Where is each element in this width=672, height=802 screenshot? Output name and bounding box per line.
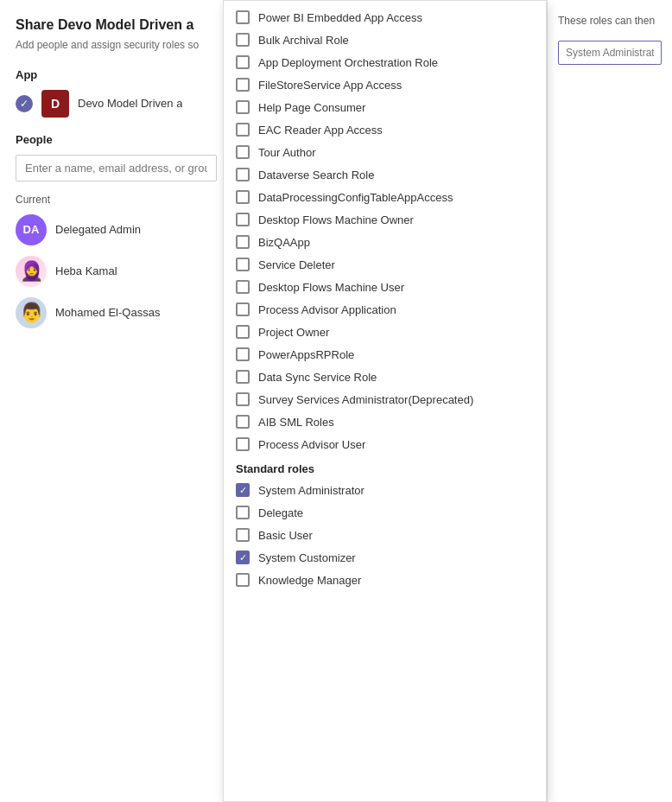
role-checkbox-eac-reader xyxy=(236,123,250,137)
app-item: D Devo Model Driven a xyxy=(16,90,217,118)
role-item-sys-customizer[interactable]: System Customizer xyxy=(224,546,546,569)
people-section: People Current DA Delegated Admin 🧕 Heba… xyxy=(16,133,217,328)
role-checkbox-bulk-archival xyxy=(236,33,250,47)
role-checkbox-bizqaapp xyxy=(236,235,250,249)
user-name-heba: Heba Kamal xyxy=(55,264,117,277)
role-label-bizqaapp: BizQAApp xyxy=(258,236,310,249)
user-item-da: DA Delegated Admin xyxy=(16,214,217,245)
role-checkbox-help-page xyxy=(236,100,250,114)
role-checkbox-service-deleter xyxy=(236,258,250,271)
role-checkbox-power-bi xyxy=(236,10,250,24)
role-checkbox-filestore xyxy=(236,78,250,92)
roles-dropdown: Power BI Embedded App AccessBulk Archiva… xyxy=(223,0,547,802)
avatar-heba: 🧕 xyxy=(16,256,47,287)
role-checkbox-delegate xyxy=(236,506,250,519)
role-label-desktop-user: Desktop Flows Machine User xyxy=(258,281,404,294)
role-label-powerapps-rp: PowerAppsRPRole xyxy=(258,348,354,361)
app-icon: D xyxy=(41,90,69,118)
role-item-survey-services[interactable]: Survey Services Administrator(Deprecated… xyxy=(224,388,546,411)
role-label-eac-reader: EAC Reader App Access xyxy=(258,124,383,137)
role-item-help-page[interactable]: Help Page Consumer xyxy=(224,96,546,118)
right-hint-text: These roles can then xyxy=(558,13,662,29)
role-checkbox-desktop-owner xyxy=(236,213,250,226)
role-checkbox-data-sync xyxy=(236,370,250,384)
role-checkbox-process-advisor-app xyxy=(236,302,250,316)
role-checkbox-process-advisor-user xyxy=(236,437,250,451)
role-item-delegate[interactable]: Delegate xyxy=(224,501,546,524)
role-item-bizqaapp[interactable]: BizQAApp xyxy=(224,231,546,253)
role-label-filestore: FileStoreService App Access xyxy=(258,79,402,92)
role-item-aib-sml[interactable]: AIB SML Roles xyxy=(224,411,546,433)
people-search-input[interactable] xyxy=(16,155,217,181)
role-item-data-processing[interactable]: DataProcessingConfigTableAppAccess xyxy=(224,186,546,208)
app-section-label: App xyxy=(16,68,217,81)
role-checkbox-basic-user xyxy=(236,528,250,542)
role-label-data-processing: DataProcessingConfigTableAppAccess xyxy=(258,191,453,204)
role-item-app-deployment[interactable]: App Deployment Orchestration Role xyxy=(224,51,546,73)
avatar-da: DA xyxy=(16,214,47,245)
role-item-service-deleter[interactable]: Service Deleter xyxy=(224,253,546,276)
role-item-desktop-owner[interactable]: Desktop Flows Machine Owner xyxy=(224,208,546,231)
role-item-bulk-archival[interactable]: Bulk Archival Role xyxy=(224,29,546,51)
role-item-power-bi[interactable]: Power BI Embedded App Access xyxy=(224,6,546,29)
user-item-mohamed: 👨 Mohamed El-Qassas xyxy=(16,297,217,328)
role-search-input[interactable] xyxy=(558,41,662,65)
role-checkbox-sys-customizer xyxy=(236,551,250,564)
role-label-dataverse-search: Dataverse Search Role xyxy=(258,169,374,181)
role-item-filestore[interactable]: FileStoreService App Access xyxy=(224,73,546,96)
role-label-project-owner: Project Owner xyxy=(258,326,329,339)
left-panel: Share Devo Model Driven a Add people and… xyxy=(0,0,233,802)
role-item-sys-admin[interactable]: System Administrator xyxy=(224,479,546,501)
role-checkbox-sys-admin xyxy=(236,483,250,497)
role-checkbox-dataverse-search xyxy=(236,168,250,181)
role-label-desktop-owner: Desktop Flows Machine Owner xyxy=(258,213,414,226)
role-label-process-advisor-app: Process Advisor Application xyxy=(258,303,396,316)
standard-roles-header: Standard roles xyxy=(224,455,546,479)
avatar-mohamed: 👨 xyxy=(16,297,47,328)
user-item-heba: 🧕 Heba Kamal xyxy=(16,256,217,287)
role-label-help-page: Help Page Consumer xyxy=(258,101,365,114)
role-label-knowledge-mgr: Knowledge Manager xyxy=(258,574,361,587)
role-item-powerapps-rp[interactable]: PowerAppsRPRole xyxy=(224,343,546,366)
role-checkbox-knowledge-mgr xyxy=(236,573,250,587)
user-name-mohamed: Mohamed El-Qassas xyxy=(55,306,160,319)
panel-subtitle: Add people and assign security roles so xyxy=(16,38,217,53)
role-label-sys-customizer: System Customizer xyxy=(258,551,356,564)
roles-scroll-area[interactable]: Power BI Embedded App AccessBulk Archiva… xyxy=(224,1,546,801)
role-checkbox-data-processing xyxy=(236,190,250,204)
role-checkbox-survey-services xyxy=(236,392,250,406)
role-item-process-advisor-app[interactable]: Process Advisor Application xyxy=(224,298,546,321)
current-label: Current xyxy=(16,194,217,206)
user-name-da: Delegated Admin xyxy=(55,223,141,236)
app-check-icon xyxy=(16,95,33,112)
role-label-delegate: Delegate xyxy=(258,506,303,519)
role-checkbox-tour-author xyxy=(236,145,250,159)
app-name: Devo Model Driven a xyxy=(78,97,182,110)
role-checkbox-desktop-user xyxy=(236,280,250,294)
role-item-knowledge-mgr[interactable]: Knowledge Manager xyxy=(224,569,546,591)
role-item-project-owner[interactable]: Project Owner xyxy=(224,321,546,343)
role-item-basic-user[interactable]: Basic User xyxy=(224,524,546,546)
role-checkbox-app-deployment xyxy=(236,55,250,69)
role-item-process-advisor-user[interactable]: Process Advisor User xyxy=(224,433,546,455)
role-checkbox-powerapps-rp xyxy=(236,347,250,361)
role-label-tour-author: Tour Author xyxy=(258,146,316,159)
right-panel: These roles can then xyxy=(547,0,672,802)
role-label-power-bi: Power BI Embedded App Access xyxy=(258,11,422,24)
role-item-eac-reader[interactable]: EAC Reader App Access xyxy=(224,118,546,141)
role-checkbox-project-owner xyxy=(236,325,250,339)
role-label-sys-admin: System Administrator xyxy=(258,484,365,497)
role-label-process-advisor-user: Process Advisor User xyxy=(258,438,365,451)
role-label-service-deleter: Service Deleter xyxy=(258,258,335,271)
role-item-tour-author[interactable]: Tour Author xyxy=(224,141,546,163)
role-checkbox-aib-sml xyxy=(236,415,250,429)
role-label-app-deployment: App Deployment Orchestration Role xyxy=(258,56,438,69)
role-label-data-sync: Data Sync Service Role xyxy=(258,371,377,384)
role-label-bulk-archival: Bulk Archival Role xyxy=(258,34,349,47)
role-item-data-sync[interactable]: Data Sync Service Role xyxy=(224,366,546,388)
role-label-survey-services: Survey Services Administrator(Deprecated… xyxy=(258,393,473,406)
role-item-dataverse-search[interactable]: Dataverse Search Role xyxy=(224,163,546,186)
role-label-aib-sml: AIB SML Roles xyxy=(258,416,334,429)
role-item-desktop-user[interactable]: Desktop Flows Machine User xyxy=(224,276,546,298)
role-label-basic-user: Basic User xyxy=(258,529,313,542)
